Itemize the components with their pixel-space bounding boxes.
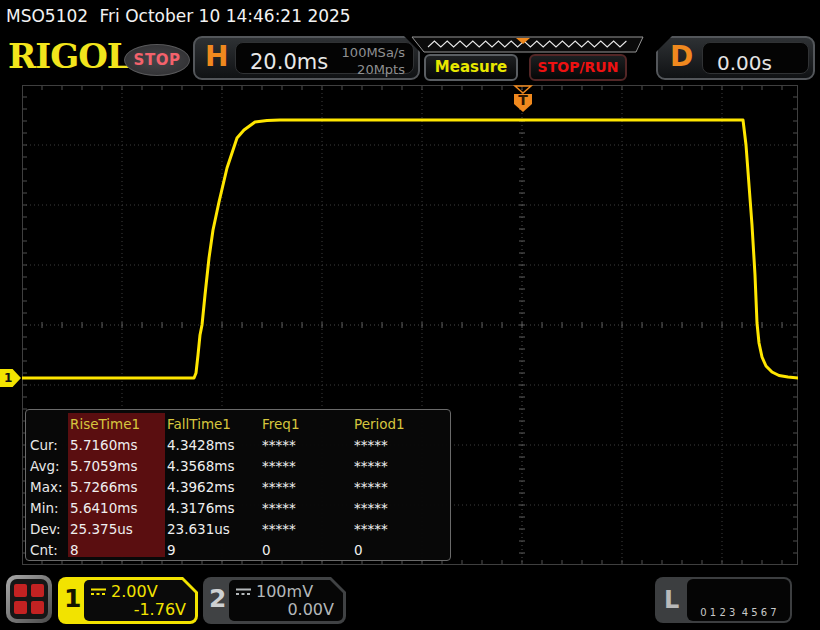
measure-value: ***** bbox=[262, 498, 354, 519]
measure-value: ***** bbox=[354, 435, 446, 456]
horizontal-readout: 20.0ms 100MSa/s 20Mpts bbox=[235, 42, 414, 74]
measure-value: ***** bbox=[354, 519, 446, 540]
menu-grid-icon[interactable] bbox=[6, 575, 52, 623]
channel1-readout: 2.00V -1.76V bbox=[84, 580, 195, 621]
measure-button[interactable]: Measure bbox=[424, 54, 518, 81]
channel1-scale: 2.00V bbox=[111, 582, 158, 601]
horizontal-panel[interactable]: H 20.0ms 100MSa/s 20Mpts bbox=[193, 36, 420, 80]
measure-value: 5.7266ms bbox=[70, 477, 167, 498]
measure-value: 0 bbox=[354, 540, 446, 561]
measure-row-label: Cnt: bbox=[30, 540, 70, 561]
measure-value: 5.7059ms bbox=[70, 456, 167, 477]
channel2-readout: 100mV 0.00V bbox=[229, 580, 343, 621]
memory-depth: 20Mpts bbox=[342, 62, 405, 79]
delay-readout: 0.00s bbox=[702, 42, 809, 74]
menu-square-icon bbox=[31, 601, 44, 614]
measure-value: ***** bbox=[262, 435, 354, 456]
bottom-bar: 1 2.00V -1.76V 2 bbox=[0, 568, 820, 630]
trigger-letter: T bbox=[518, 92, 528, 108]
measure-row-label: Max: bbox=[30, 477, 70, 498]
measure-value: 4.3428ms bbox=[167, 435, 262, 456]
rigol-logo: RIGOL bbox=[8, 36, 130, 76]
measurement-table-grid: RiseTime1FallTime1Freq1Period1Cur:5.7160… bbox=[26, 410, 450, 561]
horizontal-label: H bbox=[205, 40, 228, 73]
measure-value: 4.3568ms bbox=[167, 456, 262, 477]
measure-value: 9 bbox=[167, 540, 262, 561]
sample-rate-readout: 100MSa/s 20Mpts bbox=[342, 45, 405, 79]
delay-value: 0.00s bbox=[717, 51, 772, 75]
measure-row-label: Min: bbox=[30, 498, 70, 519]
measure-value: 25.375us bbox=[70, 519, 167, 540]
measure-value: 5.6410ms bbox=[70, 498, 167, 519]
measure-value: ***** bbox=[262, 519, 354, 540]
delay-label: D bbox=[670, 40, 693, 73]
measure-column-header[interactable]: RiseTime1 bbox=[70, 413, 167, 435]
header-bar: RIGOL STOP H 20.0ms 100MSa/s 20Mpts Meas… bbox=[0, 32, 820, 85]
measure-corner-cell bbox=[30, 413, 70, 435]
measure-value: 4.3176ms bbox=[167, 498, 262, 519]
measure-value: ***** bbox=[262, 456, 354, 477]
measure-value: 5.7160ms bbox=[70, 435, 167, 456]
measurement-table: RiseTime1FallTime1Freq1Period1Cur:5.7160… bbox=[25, 409, 451, 561]
measure-row-label: Dev: bbox=[30, 519, 70, 540]
channel2-badge[interactable]: 2 100mV 0.00V bbox=[203, 577, 346, 624]
titlebar: MSO5102 Fri October 10 14:46:21 2025 bbox=[0, 0, 820, 32]
sample-rate: 100MSa/s bbox=[342, 45, 405, 62]
channel2-number: 2 bbox=[209, 584, 226, 613]
logic-readout: 0 1 2 3 4 5 6 7 8 9 1011 12131415 bbox=[687, 579, 790, 621]
logic-channels-badge[interactable]: L 0 1 2 3 4 5 6 7 8 9 1011 12131415 bbox=[655, 577, 792, 623]
dc-coupling-icon bbox=[236, 587, 251, 597]
channel1-level-marker[interactable]: 1 bbox=[0, 369, 21, 387]
measure-value: 4.3962ms bbox=[167, 477, 262, 498]
measure-row-label: Cur: bbox=[30, 435, 70, 456]
datetime: Fri October 10 14:46:21 2025 bbox=[100, 6, 351, 26]
measure-value: ***** bbox=[354, 477, 446, 498]
dc-coupling-icon bbox=[91, 587, 106, 597]
menu-square-icon bbox=[31, 584, 44, 597]
channel2-scale: 100mV bbox=[256, 582, 313, 601]
channel1-number: 1 bbox=[64, 584, 81, 613]
model-name: MSO5102 bbox=[6, 6, 88, 26]
oscilloscope-screen: MSO5102 Fri October 10 14:46:21 2025 RIG… bbox=[0, 0, 820, 630]
stop-run-button[interactable]: STOP/RUN bbox=[529, 54, 627, 81]
trigger-marker[interactable]: T bbox=[514, 86, 532, 112]
menu-square-icon bbox=[14, 601, 27, 614]
measure-column-header[interactable]: Freq1 bbox=[262, 413, 354, 435]
ch1-trace bbox=[22, 120, 798, 378]
menu-square-icon bbox=[14, 584, 27, 597]
channel1-offset: -1.76V bbox=[134, 600, 186, 619]
logic-label: L bbox=[664, 586, 679, 614]
delay-panel[interactable]: D 0.00s bbox=[656, 36, 815, 80]
timebase-value: 20.0ms bbox=[250, 50, 328, 74]
measure-value: ***** bbox=[262, 477, 354, 498]
channel1-badge[interactable]: 1 2.00V -1.76V bbox=[58, 577, 198, 624]
measure-row-label: Avg: bbox=[30, 456, 70, 477]
measure-value: ***** bbox=[354, 456, 446, 477]
measure-value: 8 bbox=[70, 540, 167, 561]
measure-value: 23.631us bbox=[167, 519, 262, 540]
measure-column-header[interactable]: FallTime1 bbox=[167, 413, 262, 435]
measure-column-header[interactable]: Period1 bbox=[354, 413, 446, 435]
measure-value: ***** bbox=[354, 498, 446, 519]
measure-value: 0 bbox=[262, 540, 354, 561]
waveform-preview-strip[interactable] bbox=[410, 36, 645, 53]
channel2-offset: 0.00V bbox=[287, 600, 334, 619]
acquisition-state-badge: STOP bbox=[124, 44, 190, 76]
logic-row1: 0 1 2 3 4 5 6 7 bbox=[687, 607, 790, 618]
